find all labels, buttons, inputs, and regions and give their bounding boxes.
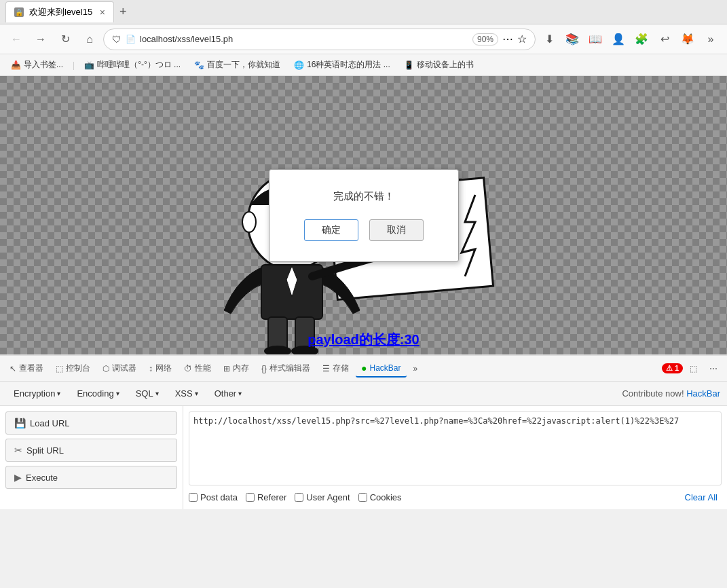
tab-title: 欢迎来到level15 [29,6,92,18]
home-button[interactable]: ⌂ [79,29,100,50]
profile-button[interactable]: 👤 [608,29,629,50]
reader-button[interactable]: 📖 [584,29,606,50]
encoding-menu: Encoding ▾ [70,386,126,401]
address-input[interactable] [140,34,468,44]
alert-dialog: 完成的不错！ 确定 取消 [269,169,459,262]
devtools-storage-tab[interactable]: ☰ 存储 [317,360,354,377]
devtools-performance-tab[interactable]: ⏱ 性能 [179,360,217,377]
devtools-hackbar-tab[interactable]: ● HackBar [356,360,406,378]
cookies-checkbox[interactable] [358,493,367,502]
user-agent-checkbox-group[interactable]: User Agent [295,492,350,502]
hackbar-panel: Encryption ▾ Encoding ▾ SQL ▾ XSS [0,382,727,509]
devtools-inspector-tab[interactable]: ↖ 查看器 [4,360,49,377]
nav-bar: ← → ↻ ⌂ 🛡 📄 90% ⋯ ☆ ⬇ 📚 📖 👤 🧩 ↩ 🦊 » [0,24,727,54]
english-icon: 🌐 [294,60,304,70]
library-button[interactable]: 📚 [561,29,583,50]
devtools-debugger-tab[interactable]: ⬡ 调试器 [97,360,142,377]
other-menu-button[interactable]: Other ▾ [208,386,249,401]
url-textarea[interactable]: http://localhost/xss/level15.php?src=%27… [189,411,722,485]
contribute-link[interactable]: HackBar [686,388,720,399]
network-icon: ↕ [149,364,153,373]
contribute-area: Contribute now! HackBar [622,388,720,399]
bookmarks-bar: 📥 导入书签... | 📺 哔哩哔哩（°-°）つロ ... 🐾 百度一下，你就知… [0,54,727,76]
user-agent-checkbox[interactable] [295,493,303,502]
bookmark-bilibili[interactable]: 📺 哔哩哔哩（°-°）つロ ... [79,58,186,72]
style-editor-icon: {} [261,364,267,373]
bookmark-mobile-label: 移动设备上的书 [417,59,474,71]
hackbar-right-panel: http://localhost/xss/level15.php?src=%27… [183,406,727,509]
bookmark-english-label: 16种英语时态的用法 ... [307,59,390,71]
execute-icon: ▶ [14,472,22,483]
mobile-icon: 📱 [404,60,414,70]
download-button[interactable]: ⬇ [538,29,560,50]
new-tab-button[interactable]: + [114,2,132,22]
bilibili-icon: 📺 [84,60,94,70]
referer-checkbox-group[interactable]: Referer [246,492,286,502]
bookmark-baidu[interactable]: 🐾 百度一下，你就知道 [189,58,286,72]
load-url-icon: 💾 [14,418,26,428]
bookmark-import[interactable]: 📥 导入书签... [5,58,69,72]
devtools-options-button[interactable]: ⋯ [704,361,723,376]
page-icon: 📄 [126,35,136,44]
tab-close-button[interactable]: × [100,7,105,18]
hackbar-green-dot: ● [361,363,367,373]
devtools-console-tab[interactable]: ⬚ 控制台 [50,360,96,377]
back-button[interactable]: ← [5,29,27,50]
memory-icon: ⊞ [223,364,230,373]
xss-menu-button[interactable]: XSS ▾ [168,386,205,401]
dialog-buttons: 确定 取消 [304,219,424,241]
xss-chevron-icon: ▾ [195,390,198,397]
cookies-checkbox-group[interactable]: Cookies [358,492,402,502]
sql-menu-button[interactable]: SQL ▾ [129,386,166,401]
encoding-menu-button[interactable]: Encoding ▾ [70,386,126,401]
baidu-icon: 🐾 [194,60,204,70]
title-bar: 🔒 欢迎来到level15 × + [0,0,727,24]
dialog-cancel-button[interactable]: 取消 [369,219,424,241]
post-data-checkbox-group[interactable]: Post data [189,492,238,502]
devtools-memory-tab[interactable]: ⊞ 内存 [218,360,255,377]
main-content: IT'S [0,76,727,354]
bookmark-mobile[interactable]: 📱 移动设备上的书 [398,58,479,72]
load-url-button[interactable]: 💾 Load URL [5,411,177,435]
encoding-chevron-icon: ▾ [116,390,119,397]
bookmark-star-icon[interactable]: ☆ [517,33,527,45]
clear-all-button[interactable]: Clear All [681,491,722,504]
error-count-badge: ⚠ 1 [662,363,683,373]
undo-button[interactable]: ↩ [654,29,675,50]
devtools-network-tab[interactable]: ↕ 网络 [143,360,177,377]
zoom-badge[interactable]: 90% [472,33,498,45]
performance-icon: ⏱ [184,364,192,373]
dialog-overlay: 完成的不错！ 确定 取消 [0,76,727,354]
forward-button[interactable]: → [30,29,52,50]
devtools-style-editor-tab[interactable]: {} 样式编辑器 [256,360,316,377]
shield-icon: 🛡 [112,34,122,45]
encryption-menu-button[interactable]: Encryption ▾ [7,386,67,401]
more-options-icon[interactable]: ⋯ [502,33,513,45]
extensions-button[interactable]: 🧩 [631,29,652,50]
address-bar: 🛡 📄 90% ⋯ ☆ [103,29,536,50]
execute-button[interactable]: ▶ Execute [5,466,177,489]
other-chevron-icon: ▾ [238,390,242,397]
post-data-checkbox[interactable] [189,493,198,502]
encryption-chevron-icon: ▾ [57,390,60,397]
firefox-account-button[interactable]: 🦊 [677,29,698,50]
sql-menu: SQL ▾ [129,386,166,401]
xss-menu: XSS ▾ [168,386,205,401]
hackbar-left-panel: 💾 Load URL ✂ Split URL ▶ Execute [0,406,183,509]
reload-button[interactable]: ↻ [54,29,76,50]
browser-tab[interactable]: 🔒 欢迎来到level15 × [5,1,114,22]
bookmark-import-label: 导入书签... [24,59,63,71]
other-menu: Other ▾ [208,386,249,401]
overflow-button[interactable]: » [700,29,722,50]
dialog-confirm-button[interactable]: 确定 [304,219,358,241]
referer-checkbox[interactable] [246,493,255,502]
debugger-icon: ⬡ [102,364,109,373]
split-url-button[interactable]: ✂ Split URL [5,439,177,462]
hackbar-menubar: Encryption ▾ Encoding ▾ SQL ▾ XSS [0,382,727,406]
devtools-more-button[interactable]: » [408,361,424,376]
bookmark-separator-1: | [73,60,75,70]
bookmark-english[interactable]: 🌐 16种英语时态的用法 ... [288,58,396,72]
bookmark-baidu-label: 百度一下，你就知道 [207,59,280,71]
nav-right-buttons: ⬇ 📚 📖 👤 🧩 ↩ 🦊 » [538,29,722,50]
devtools-detach-button[interactable]: ⬚ [684,361,703,376]
